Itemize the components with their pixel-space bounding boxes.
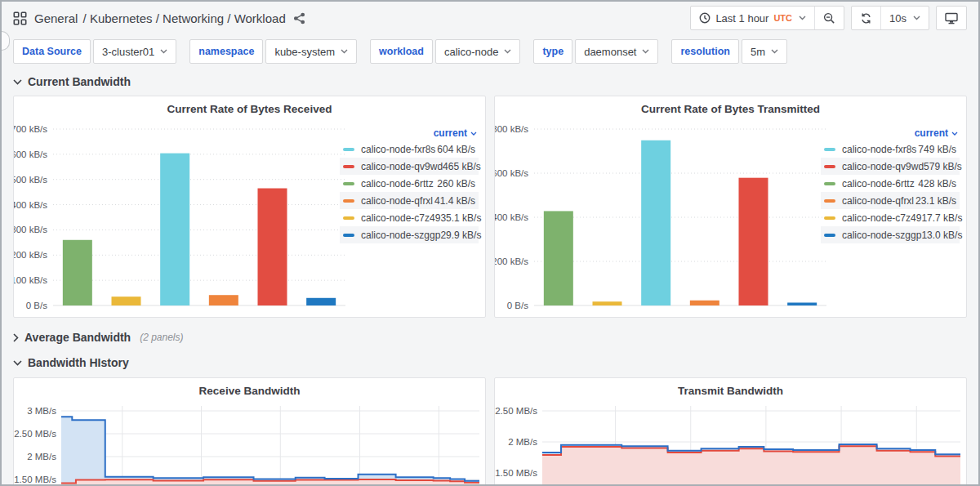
chevron-down-icon — [799, 16, 806, 20]
breadcrumb[interactable]: General / Kubernetes / Networking / Work… — [34, 11, 286, 25]
series-current-value: 579 kB/s — [924, 161, 962, 172]
legend-tx: currentcalico-node-fxr8s749 kB/scalico-n… — [821, 126, 960, 243]
bar-calico-node-fxr8s[interactable] — [641, 140, 670, 305]
refresh-interval-label: 10s — [889, 12, 906, 25]
series-color-swatch — [343, 234, 354, 237]
zoom-out-icon — [823, 12, 835, 25]
series-name[interactable]: calico-node-fxr8s — [361, 144, 437, 155]
panel-title[interactable]: Transmit Bandwidth — [495, 385, 966, 397]
svg-text:400 kB/s: 400 kB/s — [495, 212, 528, 222]
svg-text:700 kB/s: 700 kB/s — [14, 124, 47, 134]
bar-calico-node-6rttz[interactable] — [63, 240, 92, 305]
panel-receive-history[interactable]: Receive Bandwidth 3 MB/s2.50 MB/s2 MB/s1… — [13, 377, 486, 486]
bar-calico-node-6rttz[interactable] — [544, 211, 573, 305]
series-area-tx-red — [542, 446, 960, 486]
filter-label: resolution — [671, 39, 738, 64]
bar-calico-node-szggp[interactable] — [306, 298, 336, 305]
chevron-down-icon — [160, 49, 167, 54]
chevron-down-icon — [341, 49, 348, 54]
svg-text:800 kB/s: 800 kB/s — [495, 124, 528, 134]
bar-calico-node-qv9wd[interactable] — [739, 178, 768, 305]
bar-calico-node-c7z49[interactable] — [112, 297, 141, 305]
legend-row: calico-node-fxr8s749 kB/s — [821, 140, 960, 158]
series-name[interactable]: calico-node-qfrxl — [842, 195, 915, 207]
legend-sort-current[interactable]: current — [821, 126, 960, 140]
svg-text:0 B/s: 0 B/s — [26, 301, 47, 310]
section-current-bandwidth[interactable]: Current Bandwidth — [2, 74, 978, 90]
panel-title[interactable]: Receive Bandwidth — [14, 385, 485, 397]
panel-current-rx[interactable]: Current Rate of Bytes Received 0 B/s100 … — [13, 96, 486, 318]
legend-row: calico-node-qv9wd465 kB/s — [340, 158, 479, 175]
svg-text:200 kB/s: 200 kB/s — [495, 256, 528, 266]
chevron-right-icon — [13, 333, 19, 342]
breadcrumb-path: / Kubernetes / Networking / Workload — [83, 11, 286, 25]
series-current-value: 604 kB/s — [437, 144, 475, 155]
series-current-value: 465 kB/s — [443, 161, 481, 172]
zoom-out-button[interactable] — [814, 7, 844, 29]
legend-row: calico-node-c7z4917.7 kB/s — [821, 209, 960, 226]
series-current-value: 260 kB/s — [437, 178, 475, 189]
filter-value-dropdown[interactable]: calico-node — [435, 39, 521, 64]
filter-value-dropdown[interactable]: kube-system — [265, 39, 357, 64]
series-color-swatch — [824, 234, 835, 237]
bar-calico-node-fxr8s[interactable] — [160, 154, 189, 305]
bar-calico-node-qfrxl[interactable] — [209, 295, 238, 305]
series-current-value: 23.1 kB/s — [915, 195, 956, 207]
bar-calico-node-qfrxl[interactable] — [690, 301, 719, 305]
series-color-swatch — [824, 199, 835, 203]
svg-text:200 kB/s: 200 kB/s — [14, 250, 47, 260]
tv-mode-button[interactable] — [937, 7, 966, 29]
navbar: General / Kubernetes / Networking / Work… — [2, 2, 978, 34]
bar-calico-node-c7z49[interactable] — [593, 301, 622, 305]
filter-value-dropdown[interactable]: 5m — [742, 39, 787, 64]
series-name[interactable]: calico-node-6rttz — [842, 178, 918, 189]
bar-calico-node-qv9wd[interactable] — [258, 189, 287, 305]
series-name[interactable]: calico-node-c7z49 — [361, 212, 440, 224]
chevron-down-icon — [470, 132, 477, 136]
svg-text:600 kB/s: 600 kB/s — [495, 168, 528, 178]
series-name[interactable]: calico-node-szggp — [361, 230, 440, 241]
svg-text:0 B/s: 0 B/s — [507, 301, 528, 310]
filter-label: type — [533, 39, 572, 64]
series-name[interactable]: calico-node-qv9wd — [842, 161, 924, 172]
panel-transmit-history[interactable]: Transmit Bandwidth 2.50 MB/s2 MB/s1.50 M… — [494, 377, 967, 486]
section-average-bandwidth[interactable]: Average Bandwidth (2 panels) — [2, 329, 978, 346]
filter-value-dropdown[interactable]: daemonset — [575, 39, 658, 64]
filter-value-dropdown[interactable]: 3-cluster01 — [93, 39, 176, 64]
series-name[interactable]: calico-node-qfrxl — [361, 195, 434, 207]
panel-current-tx[interactable]: Current Rate of Bytes Transmitted 0 B/s2… — [494, 96, 967, 318]
series-name[interactable]: calico-node-c7z49 — [842, 212, 921, 224]
series-name[interactable]: calico-node-szggp — [842, 230, 921, 241]
panel-title[interactable]: Current Rate of Bytes Received — [14, 103, 485, 115]
filter-type: typedaemonset — [533, 39, 658, 64]
panel-title[interactable]: Current Rate of Bytes Transmitted — [495, 103, 966, 115]
share-icon[interactable] — [293, 12, 305, 25]
legend-row: calico-node-szggp29.9 kB/s — [340, 226, 479, 243]
bar-calico-node-szggp[interactable] — [787, 302, 817, 305]
filter-data-source: Data Source3-cluster01 — [13, 39, 176, 64]
svg-text:1.50 MB/s: 1.50 MB/s — [14, 475, 56, 484]
filter-label: namespace — [189, 39, 263, 64]
filter-namespace: namespacekube-system — [189, 39, 357, 64]
series-name[interactable]: calico-node-qv9wd — [361, 161, 443, 172]
svg-text:3 MB/s: 3 MB/s — [27, 406, 56, 416]
series-name[interactable]: calico-node-6rttz — [361, 178, 437, 189]
legend-row: calico-node-fxr8s604 kB/s — [340, 140, 479, 158]
series-color-swatch — [824, 148, 835, 151]
view-mode-group — [936, 6, 967, 30]
time-range-picker[interactable]: Last 1 hour UTC — [691, 7, 814, 29]
refresh-interval-picker[interactable]: 10s — [880, 7, 929, 29]
filter-label: Data Source — [13, 39, 91, 64]
chevron-down-icon — [771, 49, 778, 54]
section-bandwidth-history[interactable]: Bandwidth HIstory — [2, 354, 978, 371]
series-name[interactable]: calico-node-fxr8s — [842, 144, 918, 155]
dashboard-grid-icon[interactable] — [13, 11, 27, 25]
breadcrumb-root[interactable]: General — [34, 11, 78, 25]
legend-row: calico-node-c7z4935.1 kB/s — [340, 209, 479, 226]
svg-text:500 kB/s: 500 kB/s — [14, 175, 47, 185]
refresh-button[interactable] — [852, 7, 880, 29]
legend-sort-current[interactable]: current — [340, 126, 479, 140]
series-color-swatch — [824, 165, 835, 168]
series-current-value: 17.7 kB/s — [921, 212, 962, 224]
monitor-icon — [945, 12, 958, 25]
